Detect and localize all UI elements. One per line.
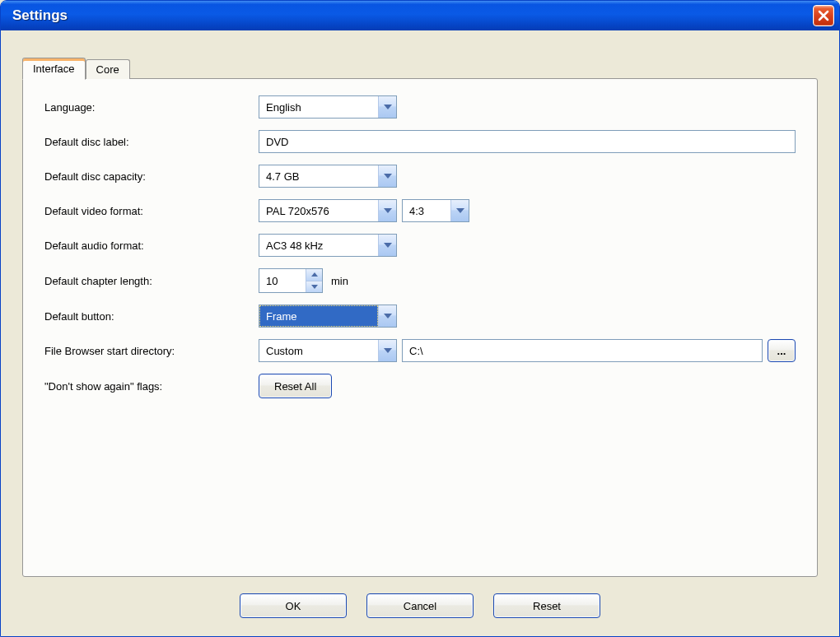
ok-button[interactable]: OK [240,593,347,618]
spin-down-button[interactable] [306,281,322,293]
min-suffix: min [331,275,348,287]
label-default-button: Default button: [44,310,259,323]
tabstrip: Interface Core [22,57,130,79]
video-format-value: PAL 720x576 [259,200,378,221]
browser-path-input[interactable]: C:\ [402,339,763,362]
default-button-value: Frame [259,305,378,327]
row-chapter-length: Default chapter length: 10 min [44,268,796,293]
dropdown-button[interactable] [378,305,396,327]
label-chapter-length: Default chapter length: [44,275,259,287]
language-value: English [259,96,378,118]
close-button[interactable] [813,5,834,26]
tabpanel-interface: Language: English Default disc label: DV… [22,78,818,577]
audio-format-select[interactable]: AC3 48 kHz [259,234,397,257]
row-video-format: Default video format: PAL 720x576 4:3 [44,199,796,222]
label-disc-capacity: Default disc capacity: [44,170,259,183]
reset-all-label: Reset All [274,380,316,393]
chevron-down-icon [384,105,392,109]
chevron-down-icon [311,285,318,289]
dropdown-button[interactable] [378,235,396,256]
chapter-length-stepper[interactable]: 10 [259,268,323,293]
reset-button[interactable]: Reset [493,593,600,618]
row-default-button: Default button: Frame [44,305,796,328]
tab-label: Interface [33,63,75,75]
tab-core[interactable]: Core [86,59,130,79]
disc-capacity-value: 4.7 GB [259,165,378,187]
disc-label-value: DVD [266,136,288,148]
label-audio-format: Default audio format: [44,239,259,252]
row-language: Language: English [44,95,796,119]
tab-label: Core [96,63,119,76]
chevron-down-icon [384,243,392,248]
cancel-button[interactable]: Cancel [366,593,474,618]
settings-window: Settings Interface Core Language: Englis… [0,0,840,637]
label-browser-dir: File Browser start directory: [44,345,259,357]
browser-path-value: C:\ [409,345,423,357]
browser-mode-select[interactable]: Custom [259,339,397,362]
chevron-down-icon [384,208,392,213]
chevron-up-icon [311,272,318,277]
dropdown-button[interactable] [378,165,396,187]
dialog-buttons: OK Cancel Reset [4,593,836,618]
cancel-label: Cancel [404,600,436,612]
row-browser-dir: File Browser start directory: Custom C:\… [44,339,796,362]
dropdown-button[interactable] [450,200,469,221]
label-language: Language: [44,101,259,114]
reset-label: Reset [533,600,561,612]
chevron-down-icon [384,174,392,179]
chevron-down-icon [456,208,464,213]
client-area: Interface Core Language: English Default… [4,32,836,633]
browse-label: ... [777,345,786,357]
reset-all-button[interactable]: Reset All [259,374,332,398]
row-flags: "Don't show again" flags: Reset All [44,374,796,398]
language-select[interactable]: English [259,95,397,119]
disc-label-input[interactable]: DVD [259,130,796,153]
default-button-select[interactable]: Frame [259,305,397,328]
aspect-ratio-select[interactable]: 4:3 [402,199,469,222]
close-icon [818,10,829,21]
label-flags: "Don't show again" flags: [44,380,259,393]
chapter-length-value: 10 [259,269,306,292]
audio-format-value: AC3 48 kHz [259,235,378,256]
row-audio-format: Default audio format: AC3 48 kHz [44,234,796,257]
browser-mode-value: Custom [259,340,378,361]
dropdown-button[interactable] [378,200,396,221]
ok-label: OK [286,600,301,612]
chevron-down-icon [384,314,392,318]
label-video-format: Default video format: [44,205,259,217]
browse-button[interactable]: ... [768,339,796,362]
row-disc-capacity: Default disc capacity: 4.7 GB [44,165,796,188]
dropdown-button[interactable] [378,340,396,361]
row-disc-label: Default disc label: DVD [44,130,796,153]
titlebar: Settings [1,1,839,30]
tab-interface[interactable]: Interface [22,58,86,80]
dropdown-button[interactable] [378,96,396,118]
chevron-down-icon [384,348,392,353]
disc-capacity-select[interactable]: 4.7 GB [259,165,397,188]
label-disc-label: Default disc label: [44,136,259,148]
aspect-ratio-value: 4:3 [403,200,450,221]
spin-up-button[interactable] [306,269,322,281]
window-title: Settings [12,7,68,24]
video-format-select[interactable]: PAL 720x576 [259,199,397,222]
